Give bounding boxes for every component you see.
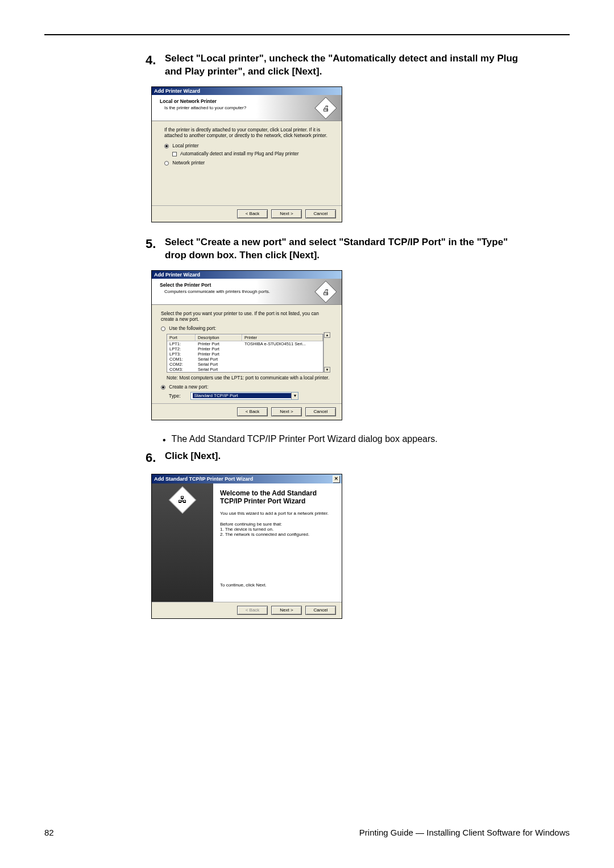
radio-local[interactable]	[164, 144, 169, 148]
welcome-title: Welcome to the Add Standard TCP/IP Print…	[220, 489, 335, 506]
dialog-header-title: Select the Printer Port	[160, 282, 270, 288]
step-number: 5.	[146, 236, 159, 252]
table-row: COM2:Serial Port	[167, 362, 323, 367]
welcome-line: 2. The network is connected and configur…	[220, 532, 335, 537]
step-5: 5. Select "Create a new port" and select…	[146, 236, 521, 262]
printer-icon: 🖨	[314, 280, 337, 303]
next-button[interactable]: Next >	[271, 606, 302, 615]
next-button[interactable]: Next >	[271, 209, 302, 218]
dialog-footer: < Back Next > Cancel	[152, 205, 342, 222]
radio-network[interactable]	[164, 161, 169, 166]
info-text: If the printer is directly attached to y…	[164, 127, 333, 138]
radio-use-port[interactable]	[161, 326, 165, 331]
dialog-title: Add Printer Wizard	[154, 88, 200, 94]
step-6: 6. Click [Next].	[146, 450, 521, 466]
table-row: COM1:Serial Port	[167, 357, 323, 362]
bullet-icon: •	[163, 434, 166, 447]
wizard-body: Welcome to the Add Standard TCP/IP Print…	[213, 483, 342, 602]
main-content: 4. Select "Local printer", uncheck the "…	[146, 52, 521, 619]
page-number: 82	[44, 828, 54, 837]
wizard-side-graphic: 🖧	[152, 483, 213, 602]
welcome-line: Before continuing be sure that:	[220, 522, 335, 527]
top-rule	[44, 34, 570, 35]
scroll-down-icon[interactable]: ▼	[324, 367, 330, 373]
welcome-line: 1. The device is turned on.	[220, 527, 335, 532]
port-table[interactable]: Port Description Printer LPT1:Printer Po…	[167, 334, 323, 373]
dialog-title: Add Standard TCP/IP Printer Port Wizard	[154, 476, 253, 482]
dialog-footer: < Back Next > Cancel	[152, 602, 342, 618]
dialog-body: Select the port you want your printer to…	[152, 305, 342, 403]
close-icon[interactable]: ✕	[333, 476, 339, 482]
dialog-header-sub: Computers communicate with printers thro…	[164, 289, 270, 294]
cancel-button[interactable]: Cancel	[305, 407, 336, 416]
dialog-header: Select the Printer Port Computers commun…	[152, 279, 342, 305]
dialog-title: Add Printer Wizard	[154, 272, 200, 278]
th-desc: Description	[196, 334, 242, 341]
printer-icon: 🖨	[314, 97, 337, 119]
dialog-titlebar: Add Printer Wizard	[152, 87, 342, 95]
table-row: LPT1:Printer PortTOSHIBA e-STUDIO4511 Se…	[167, 341, 323, 346]
th-port: Port	[167, 334, 196, 341]
next-button[interactable]: Next >	[271, 407, 302, 416]
radio-use-port-label: Use the following port:	[169, 325, 216, 331]
back-button[interactable]: < Back	[237, 209, 268, 218]
dialog-select-port: Add Printer Wizard Select the Printer Po…	[151, 270, 521, 420]
page-footer: 82 Printing Guide — Installing Client So…	[44, 828, 570, 837]
dialog-footer: < Back Next > Cancel	[152, 403, 342, 420]
note-text: Note: Most computers use the LPT1: port …	[167, 375, 333, 381]
back-button: < Back	[237, 606, 268, 615]
continue-text: To continue, click Next.	[220, 582, 335, 588]
radio-network-label: Network printer	[172, 160, 205, 166]
printer-network-icon: 🖧	[169, 486, 196, 514]
dialog-header-sub: Is the printer attached to your computer…	[164, 105, 246, 110]
step-text: Select "Local printer", uncheck the "Aut…	[165, 52, 521, 78]
checkbox-auto-label: Automatically detect and install my Plug…	[180, 151, 299, 156]
document-page: 4. Select "Local printer", uncheck the "…	[0, 0, 614, 868]
cancel-button[interactable]: Cancel	[305, 209, 336, 218]
type-value: Standard TCP/IP Port	[193, 393, 291, 398]
step-number: 6.	[146, 450, 159, 466]
th-printer: Printer	[242, 334, 323, 341]
back-button[interactable]: < Back	[237, 407, 268, 416]
dialog-tcpip-welcome: Add Standard TCP/IP Printer Port Wizard …	[151, 474, 521, 619]
table-row: LPT3:Printer Port	[167, 352, 323, 357]
radio-local-label: Local printer	[172, 143, 198, 148]
step-text: Click [Next].	[165, 450, 221, 463]
dialog-titlebar: Add Printer Wizard	[152, 271, 342, 279]
footer-text: Printing Guide — Installing Client Softw…	[359, 828, 570, 837]
scrollbar[interactable]: ▲ ▼	[323, 332, 330, 373]
bullet-item: • The Add Standard TCP/IP Printer Port W…	[163, 434, 521, 447]
dialog-header-title: Local or Network Printer	[160, 98, 246, 104]
dialog-header: Local or Network Printer Is the printer …	[152, 95, 342, 121]
bullet-text: The Add Standard TCP/IP Printer Port Wiz…	[172, 434, 438, 444]
checkbox-auto-detect[interactable]	[172, 152, 177, 156]
info-text: Select the port you want your printer to…	[161, 311, 333, 322]
chevron-down-icon: ▼	[291, 392, 298, 399]
type-dropdown[interactable]: Standard TCP/IP Port ▼	[190, 392, 298, 400]
scroll-up-icon[interactable]: ▲	[324, 332, 330, 338]
dialog-local-network: Add Printer Wizard Local or Network Prin…	[151, 86, 521, 222]
step-4: 4. Select "Local printer", uncheck the "…	[146, 52, 521, 78]
welcome-line: You use this wizard to add a port for a …	[220, 511, 335, 516]
table-row: COM3:Serial Port	[167, 367, 323, 372]
type-label: Type:	[169, 393, 180, 399]
dialog-titlebar: Add Standard TCP/IP Printer Port Wizard …	[152, 474, 342, 483]
step-text: Select "Create a new port" and select "S…	[165, 236, 521, 262]
dialog-body: If the printer is directly attached to y…	[152, 121, 342, 205]
table-row: LPT2:Printer Port	[167, 346, 323, 352]
step-number: 4.	[146, 52, 159, 68]
radio-create-port-label: Create a new port:	[169, 384, 208, 390]
radio-create-port[interactable]	[161, 385, 165, 390]
cancel-button[interactable]: Cancel	[305, 606, 336, 615]
